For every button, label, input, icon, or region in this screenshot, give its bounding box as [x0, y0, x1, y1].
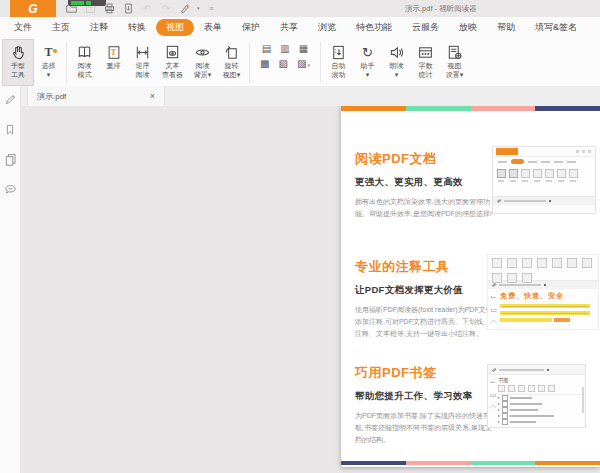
brush-icon[interactable] — [178, 2, 192, 15]
tab-view[interactable]: 视图 — [156, 19, 194, 36]
tab-browse[interactable]: 浏览 — [308, 19, 346, 36]
section-subheading: 更强大、更实用、更高效 — [355, 176, 496, 189]
ribbon-separator — [66, 42, 67, 83]
edit-pencil-icon[interactable] — [4, 93, 17, 106]
highlighted-line — [500, 311, 590, 316]
comment-icon[interactable] — [4, 183, 17, 196]
reader-ui-thumbnail — [492, 146, 596, 214]
assistant-button[interactable]: ↻ 助手 ▾ — [353, 39, 382, 86]
speaker-icon — [388, 43, 405, 62]
single-page-icon[interactable]: ▤ — [262, 44, 271, 54]
section-heading: 阅读PDF文档 — [355, 150, 496, 168]
reflow-doc-icon: T — [106, 43, 122, 62]
mini-bookmark-icon: ⌙ — [490, 378, 496, 385]
navigation-sidebar — [0, 86, 21, 473]
split-view-icon[interactable]: ▨▾ — [297, 59, 310, 69]
highlighted-line — [500, 304, 590, 309]
abacus-icon — [417, 43, 434, 62]
mini-scrollbar — [582, 387, 584, 413]
ribbon-separator — [320, 42, 321, 83]
hand-icon — [10, 43, 27, 62]
read-mode-button[interactable]: 阅读 模式 — [70, 39, 99, 86]
section-subheading: 让PDF文档发挥更大价值 — [355, 284, 496, 297]
tab-fill-sign[interactable]: 填写&签名 — [525, 19, 587, 36]
section-body: 拥有出色的文档渲染效果,强大的页面管理功能。帮助提升效率,是您阅读PDF的理想选… — [355, 196, 496, 220]
word-count-button[interactable]: 字数 统计 — [411, 39, 440, 86]
tab-features[interactable]: 特色功能 — [346, 19, 402, 36]
text-viewer-button[interactable]: 文本 查看器 — [157, 39, 188, 86]
page-top-stripe — [341, 106, 600, 111]
section-heading: 巧用PDF书签 — [355, 364, 496, 382]
ribbon-tab-bar: 文件 主页 注释 转换 视图 表单 保护 共享 浏览 特色功能 云服务 放映 帮… — [0, 17, 600, 38]
mini-pages-icon: ▭ — [490, 391, 497, 398]
reverse-read-button[interactable]: 逆序 阅读 — [128, 39, 157, 86]
bookmark-item: ▸ — [498, 419, 582, 425]
section-body: 使用福昕PDF阅读器(foxit reader)为PDF文件添加注释,可对PDF… — [355, 304, 496, 340]
annotation-thumbnail: ⌙ ▭ ◠ 免费、快速、安全 — [487, 254, 599, 330]
section-annotation-tools: 专业的注释工具 让PDF文档发挥更大价值 使用福昕PDF阅读器(foxit re… — [355, 258, 496, 340]
tab-help[interactable]: 帮助 — [487, 19, 525, 36]
read-aloud-button[interactable]: 朗读 ▾ — [382, 39, 411, 86]
highlighted-line — [500, 318, 552, 323]
export-doc-icon[interactable] — [121, 2, 135, 15]
reverse-arrows-icon — [134, 43, 151, 62]
continuous-facing-icon[interactable]: ▩ — [260, 59, 269, 69]
view-settings-button[interactable]: 视图 设置▾ — [440, 39, 469, 86]
tab-share[interactable]: 共享 — [270, 19, 308, 36]
mini-comment-icon: ◠ — [490, 319, 496, 326]
document-tab[interactable]: 演示.pdf × — [27, 86, 165, 106]
foxit-logo[interactable]: G — [10, 0, 56, 17]
ribbon-separator — [249, 42, 250, 83]
tab-file[interactable]: 文件 — [4, 19, 42, 36]
bookmark-panel-title: 书签 — [498, 377, 582, 384]
mini-comment-icon: ◠ — [490, 404, 496, 411]
foxit-reader-window: G ↶ ↷ ▾ ≡ 演示.pdf - 福昕阅读器 文件 — [0, 0, 600, 473]
redo-icon[interactable]: ↷ — [159, 2, 173, 15]
hand-tool-button[interactable]: 手型 工具 — [2, 39, 34, 86]
section-heading: 专业的注释工具 — [355, 258, 496, 276]
select-tool-button[interactable]: T 选择 ▾ — [34, 39, 63, 86]
section-subheading: 帮助您提升工作、学习效率 — [355, 390, 496, 403]
section-bookmarks: 巧用PDF书签 帮助您提升工作、学习效率 为PDF页面添加书签,除了实现内容的快… — [355, 364, 496, 446]
mini-pages-icon: ▭ — [490, 306, 497, 313]
read-background-button[interactable]: 阅读 背景▾ — [188, 39, 217, 86]
rotate-pages-icon — [223, 43, 240, 62]
tab-cloud[interactable]: 云服务 — [402, 19, 449, 36]
pdf-page: 阅读PDF文档 更强大、更实用、更高效 拥有出色的文档渲染效果,强大的页面管理功… — [341, 106, 600, 467]
doc-gear-icon — [446, 43, 463, 62]
mini-bookmark-icon: ⌙ — [491, 293, 497, 300]
section-read-pdf: 阅读PDF文档 更强大、更实用、更高效 拥有出色的文档渲染效果,强大的页面管理功… — [355, 150, 496, 220]
pages-icon[interactable] — [4, 153, 17, 166]
tab-protect[interactable]: 保护 — [232, 19, 270, 36]
book-mode-icon[interactable]: ▧ — [279, 59, 288, 69]
titlebar: G ↶ ↷ ▾ ≡ 演示.pdf - 福昕阅读器 — [0, 0, 600, 17]
window-title: 演示.pdf - 福昕阅读器 — [405, 4, 477, 14]
tab-slideshow[interactable]: 放映 — [449, 19, 487, 36]
page-bottom-stripe — [341, 461, 600, 465]
auto-scroll-icon — [330, 43, 347, 62]
mini-link-text — [554, 318, 570, 323]
facing-pages-icon[interactable]: ▥ — [280, 44, 289, 54]
customize-qat-icon[interactable]: ≡ — [205, 2, 219, 15]
bookmark-icon[interactable] — [4, 123, 16, 136]
recording-indicator — [68, 0, 106, 6]
undo-icon[interactable]: ↶ — [140, 2, 154, 15]
assistant-icon: ↻ — [362, 43, 373, 62]
continuous-icon[interactable]: ▦ — [299, 44, 308, 54]
eye-icon — [194, 43, 211, 62]
bookmark-panel-thumbnail: ⌙ ▭ ◠ 书签 ▸ ▸ ▸ ▸ ▸ — [487, 364, 586, 428]
tab-convert[interactable]: 转换 — [118, 19, 156, 36]
tab-comment[interactable]: 注释 — [80, 19, 118, 36]
book-icon — [76, 43, 93, 62]
auto-scroll-button[interactable]: 自动 滚动 — [324, 39, 353, 86]
mini-active-tab — [511, 159, 524, 164]
document-canvas[interactable]: 阅读PDF文档 更强大、更实用、更高效 拥有出色的文档渲染效果,强大的页面管理功… — [20, 106, 600, 473]
reflow-button[interactable]: T 重排 — [99, 39, 128, 86]
annotation-tagline: 免费、快速、安全 — [500, 291, 594, 301]
tab-home[interactable]: 主页 — [42, 19, 80, 36]
select-text-icon: T — [44, 43, 52, 62]
tab-form[interactable]: 表单 — [194, 19, 232, 36]
rotate-view-button[interactable]: 旋转 视图▾ — [217, 39, 246, 86]
brush-caret-icon[interactable]: ▾ — [197, 6, 200, 11]
tab-close-icon[interactable]: × — [150, 91, 155, 101]
